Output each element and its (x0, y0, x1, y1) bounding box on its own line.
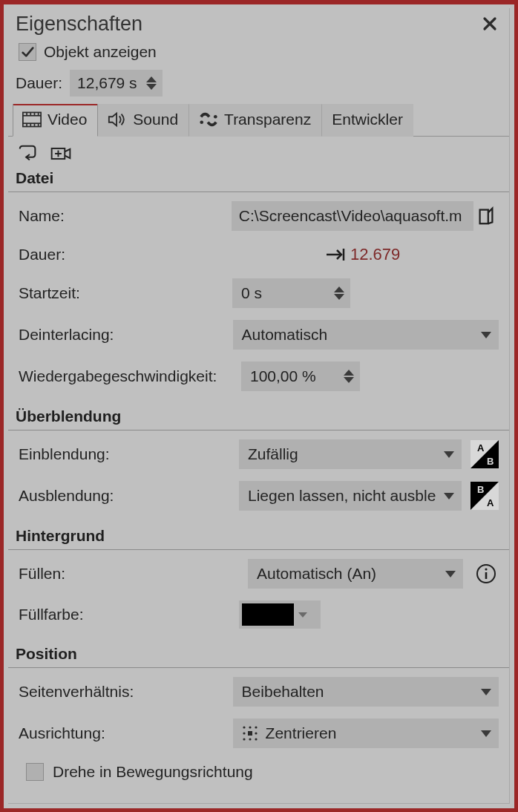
alignment-value: Zentrieren (266, 724, 337, 742)
svg-point-28 (243, 726, 245, 728)
svg-point-32 (255, 732, 257, 734)
svg-point-30 (255, 726, 257, 728)
spinner-arrows-icon[interactable] (334, 287, 344, 300)
goto-end-button[interactable] (325, 246, 347, 263)
fill-color-picker[interactable] (239, 600, 321, 629)
tab-bar: Video Sound Transparenz (8, 104, 509, 137)
fade-in-value: Zufällig (248, 445, 298, 463)
fade-out-preset-button[interactable]: B A (471, 482, 499, 510)
file-name-label: Name: (19, 207, 232, 225)
file-duration-value: 12.679 (350, 245, 499, 264)
ab-transition-in-icon: A B (471, 440, 499, 468)
duration-spinner[interactable]: 12,679 s (70, 70, 163, 96)
fade-out-combo[interactable]: Liegen lassen, nicht ausble (239, 481, 462, 511)
file-duration-row: Dauer: 12.679 (8, 237, 509, 272)
spinner-arrows-icon[interactable] (146, 76, 157, 90)
chevron-down-icon (481, 730, 491, 737)
aspect-ratio-combo[interactable]: Beibehalten (233, 677, 499, 707)
show-object-checkbox[interactable] (19, 43, 36, 61)
properties-panel: Eigenschaften Objekt anzeigen Dauer: 12,… (8, 8, 510, 804)
tab-sound-label: Sound (133, 111, 178, 128)
section-position-heading: Position (8, 644, 509, 668)
chevron-down-icon (481, 689, 491, 695)
fade-in-row: Einblendung: Zufällig A B (8, 433, 509, 475)
duration-label: Dauer: (16, 74, 62, 92)
svg-text:B: B (487, 456, 494, 467)
file-name-input[interactable]: C:\Screencast\Video\aquasoft.m (232, 201, 474, 231)
svg-text:B: B (477, 484, 484, 495)
duration-value: 12,679 s (77, 74, 137, 92)
fade-out-label: Ausblendung: (19, 487, 234, 505)
rotate-direction-row: Drehe in Bewegungsrichtung (8, 754, 509, 790)
fade-in-preset-button[interactable]: A B (471, 440, 499, 468)
deinterlacing-row: Deinterlacing: Automatisch (8, 314, 509, 356)
svg-point-26 (485, 568, 487, 570)
file-name-row: Name: C:\Screencast\Video\aquasoft.m (8, 195, 509, 237)
svg-text:A: A (477, 442, 485, 454)
tab-developer[interactable]: Entwickler (322, 104, 413, 137)
svg-rect-16 (480, 210, 488, 224)
start-time-spinner[interactable]: 0 s (232, 278, 350, 308)
camera-add-button[interactable] (48, 143, 73, 165)
properties-window: Eigenschaften Objekt anzeigen Dauer: 12,… (0, 0, 518, 812)
camera-add-icon (50, 144, 72, 163)
loop-button[interactable] (16, 143, 41, 165)
playback-speed-label: Wiedergabegeschwindigkeit: (19, 367, 241, 385)
tab-sound[interactable]: Sound (98, 104, 189, 137)
deinterlacing-combo[interactable]: Automatisch (233, 320, 499, 350)
browse-icon (478, 206, 494, 226)
fade-in-label: Einblendung: (19, 445, 234, 463)
tab-developer-label: Entwickler (332, 111, 403, 128)
transparency-icon (199, 111, 218, 128)
file-name-value: C:\Screencast\Video\aquasoft.m (239, 207, 462, 225)
browse-file-button[interactable] (473, 201, 499, 231)
video-toolbar (8, 137, 509, 168)
fill-label: Füllen: (19, 565, 234, 583)
panel-title: Eigenschaften (16, 13, 142, 36)
alignment-row: Ausrichtung: Zentrieren (8, 713, 509, 754)
rotate-direction-checkbox[interactable] (26, 763, 44, 781)
arrow-end-icon (325, 246, 347, 263)
fill-row: Füllen: Automatisch (An) (8, 553, 509, 595)
aspect-ratio-row: Seitenverhältnis: Beibehalten (8, 671, 509, 713)
close-button[interactable] (478, 13, 502, 36)
spinner-arrows-icon[interactable] (344, 370, 354, 383)
start-time-label: Startzeit: (19, 284, 232, 302)
rotate-direction-label: Drehe in Bewegungsrichtung (53, 763, 253, 781)
tab-transparency[interactable]: Transparenz (189, 104, 322, 137)
chevron-down-icon (444, 451, 454, 458)
fade-out-value: Liegen lassen, nicht ausble (248, 487, 436, 505)
color-swatch-preview (242, 603, 294, 626)
svg-point-12 (214, 115, 217, 119)
svg-point-35 (255, 738, 257, 740)
fill-combo[interactable]: Automatisch (An) (248, 559, 463, 589)
deinterlacing-label: Deinterlacing: (19, 326, 233, 344)
alignment-combo[interactable]: Zentrieren (233, 718, 499, 748)
fade-out-row: Ausblendung: Liegen lassen, nicht ausble… (8, 475, 509, 517)
ab-transition-out-icon: B A (471, 482, 499, 510)
svg-point-31 (243, 732, 245, 734)
svg-point-34 (249, 738, 251, 740)
start-time-value: 0 s (241, 284, 262, 302)
duration-row: Dauer: 12,679 s (8, 65, 509, 102)
section-transition-heading: Überblendung (8, 406, 509, 430)
chevron-down-icon (481, 332, 491, 338)
loop-icon (17, 144, 39, 163)
aspect-ratio-label: Seitenverhältnis: (19, 683, 233, 701)
playback-speed-spinner[interactable]: 100,00 % (241, 361, 360, 391)
filmstrip-icon (22, 111, 42, 128)
deinterlacing-value: Automatisch (242, 326, 328, 344)
svg-point-33 (243, 738, 245, 740)
show-object-row: Objekt anzeigen (8, 37, 509, 65)
fade-in-combo[interactable]: Zufällig (239, 439, 462, 469)
playback-speed-row: Wiedergabegeschwindigkeit: 100,00 % (8, 356, 509, 397)
show-object-label: Objekt anzeigen (44, 43, 157, 61)
playback-speed-value: 100,00 % (250, 367, 316, 385)
alignment-label: Ausrichtung: (19, 724, 233, 742)
fill-info-button[interactable] (473, 561, 499, 586)
chevron-down-icon (298, 612, 307, 618)
tab-video-label: Video (47, 111, 87, 128)
svg-text:A: A (487, 497, 494, 508)
tab-transparency-label: Transparenz (224, 111, 311, 128)
tab-video[interactable]: Video (13, 104, 98, 137)
